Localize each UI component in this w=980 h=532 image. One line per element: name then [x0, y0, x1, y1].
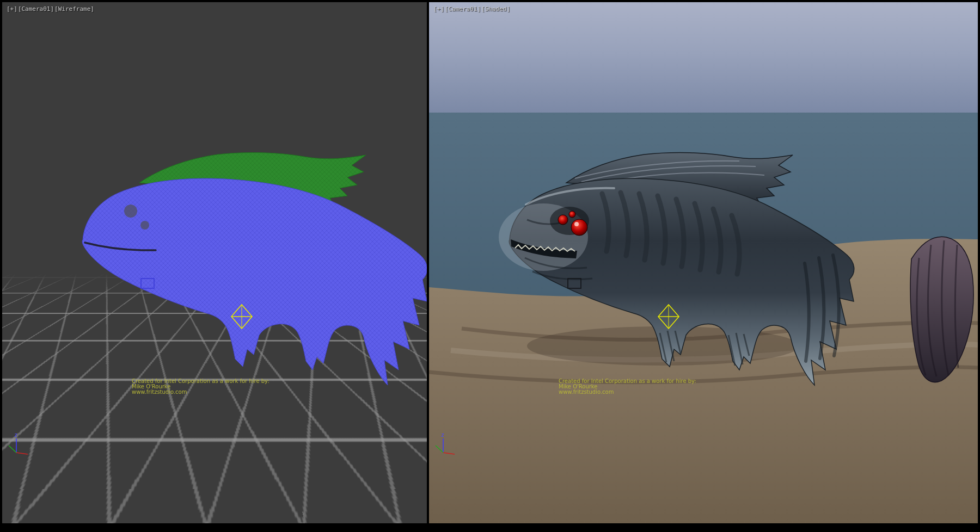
eye-highlight	[574, 222, 579, 226]
watermark-text: Created for Intel Corporation as a work …	[132, 379, 270, 395]
eye-socket-small	[140, 221, 149, 230]
fish-creature-wireframe[interactable]	[82, 153, 427, 385]
watermark-line3: www.fritzstudio.com	[132, 389, 270, 395]
eye-red-large	[571, 219, 587, 236]
viewport-menu-pov[interactable]: [Camera01]	[445, 5, 481, 13]
viewport-menu-shading[interactable]: [Shaded]	[481, 5, 510, 13]
viewport-menu-general[interactable]: [+]	[7, 5, 17, 13]
eye-red-small	[569, 211, 575, 218]
viewport-shaded[interactable]: z [+][Camera01][Shaded] Created for Inte…	[429, 2, 978, 523]
eye-socket	[124, 205, 137, 218]
viewport-menu-general[interactable]: [+]	[433, 5, 444, 13]
wireframe-scene: z	[2, 2, 427, 523]
watermark-text: Created for Intel Corporation as a work …	[559, 379, 696, 395]
viewport-menu-pov[interactable]: [Camera01]	[18, 5, 54, 13]
viewport-wireframe[interactable]: z [+][Camera01][Wireframe] Created for I…	[2, 2, 427, 523]
axis-x	[16, 453, 28, 454]
shaded-scene: z	[429, 2, 978, 523]
viewport-menu-shading[interactable]: [Wireframe]	[54, 5, 94, 13]
eye-red-medium	[558, 215, 568, 225]
watermark-line3: www.fritzstudio.com	[559, 389, 696, 395]
application-window: z [+][Camera01][Wireframe] Created for I…	[0, 0, 980, 532]
viewport-label: [+][Camera01][Shaded]	[433, 5, 511, 13]
world-axis-tripod: z	[9, 432, 28, 454]
axis-y	[9, 446, 16, 453]
axis-z-label: z	[14, 432, 17, 438]
axis-z-label: z	[441, 432, 444, 438]
viewport-label: [+][Camera01][Wireframe]	[7, 5, 95, 13]
